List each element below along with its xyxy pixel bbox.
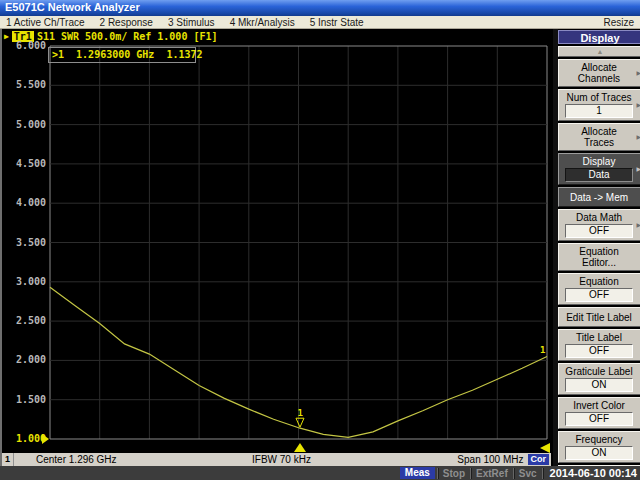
softkey-label: Graticule Label [562,366,636,377]
submenu-arrow-icon: ▶ [636,164,640,175]
softkey-num-of-traces[interactable]: Num of Traces1▶ [558,89,640,121]
submenu-arrow-icon: ▶ [636,220,640,231]
softkey-label: Display [562,156,636,167]
channel-window: ▶ Tr1 S11 SWR 500.0m/ Ref 1.000 [F1] 11 … [2,29,553,466]
submenu-arrow-icon: ▶ [636,68,640,79]
menu-item-3-stimulus[interactable]: 3 Stimulus [168,17,215,28]
menu-bar: 1 Active Ch/Trace2 Response3 Stimulus4 M… [0,16,640,29]
y-axis-tick-label: 5.500 [2,80,46,90]
softkey-label: Invert Color [562,400,636,411]
softkey-equation[interactable]: EquationOFF [558,273,640,305]
statusbar-separator [513,468,514,479]
softkey-label: Data Math [562,212,636,223]
softkey-label: Traces [562,137,636,148]
softkey-data-mem[interactable]: Data -> Mem [558,187,640,207]
softkey-graticule-label[interactable]: Graticule LabelON [558,363,640,395]
marker-stimulus-triangle-icon [294,443,306,452]
softkey-title-label[interactable]: Title LabelOFF [558,329,640,361]
softkey-allocate-channels[interactable]: AllocateChannels▶ [558,59,640,87]
status-extref-inactive: ExtRef [473,468,511,479]
softkey-label: Allocate [562,62,636,73]
marker-1-number: 1 [297,408,302,418]
sweep-end-triangle-icon [540,443,550,453]
softkey-display[interactable]: DisplayData▶ [558,153,640,185]
softkey-label: Data -> Mem [562,192,636,203]
softkey-menu-title: Display [558,30,640,44]
softkey-scroll-up-button[interactable]: ▲ [558,46,640,57]
menu-item-1-active-ch-trace[interactable]: 1 Active Ch/Trace [6,17,85,28]
y-axis-tick-label: 6.000 [2,41,46,51]
y-axis-tick-label: 3.000 [2,277,46,287]
span-label[interactable]: Span 100 MHz [457,453,523,466]
softkey-allocate-traces[interactable]: AllocateTraces▶ [558,123,640,151]
statusbar-separator [437,468,438,479]
y-axis-tick-label: 5.000 [2,120,46,130]
softkey-value: OFF [565,412,633,426]
softkey-value: ON [565,378,633,392]
softkey-data-math[interactable]: Data MathOFF▶ [558,209,640,241]
softkey-label: Equation [562,276,636,287]
ifbw-label[interactable]: IFBW 70 kHz [252,453,311,466]
marker-1-symbol-icon [296,418,304,427]
statusbar-separator [542,468,543,479]
softkey-invert-color[interactable]: Invert ColorOFF [558,397,640,429]
marker-readout: >1 1.2963000 GHz 1.1372 [48,47,196,63]
softkey-menu: Display ▲ AllocateChannels▶Num of Traces… [558,30,640,466]
status-svc-inactive: Svc [516,468,540,479]
statusbar-separator [470,468,471,479]
y-axis-tick-label: 1.500 [2,395,46,405]
softkey-frequency[interactable]: FrequencyON [558,431,640,463]
status-stop-inactive: Stop [440,468,468,479]
softkey-value: OFF [565,288,633,302]
meas-status-badge: Meas [400,467,435,479]
menu-item-resize[interactable]: Resize [603,17,634,28]
softkey-value: Data [565,168,633,182]
y-axis-tick-label: 2.000 [2,355,46,365]
softkey-value: ON [565,446,633,460]
softkey-value: OFF [565,344,633,358]
softkey-label: Edit Title Label [562,312,636,323]
softkey-label: Title Label [562,332,636,343]
softkey-value: 1 [565,104,633,118]
y-axis-tick-label: 2.500 [2,316,46,326]
y-axis-tick-label: 1.000 [2,434,46,444]
analyzer-screen: ▶ Tr1 S11 SWR 500.0m/ Ref 1.000 [F1] 11 … [0,29,640,466]
softkey-label: Allocate [562,126,636,137]
softkey-label: Num of Traces [562,92,636,103]
trace-end-number: 1 [540,345,545,355]
window-titlebar[interactable]: E5071C Network Analyzer [0,0,640,16]
softkey-label: Frequency [562,434,636,445]
stimulus-status-strip: 1 Center 1.296 GHz IFBW 70 kHz Span 100 … [2,453,551,466]
softkey-label: Channels [562,73,636,84]
center-frequency-label[interactable]: Center 1.296 GHz [36,453,117,466]
menu-item-2-response[interactable]: 2 Response [100,17,153,28]
datetime-display: 2014-06-10 00:14 [545,467,640,479]
swr-trace-plot: 11 [2,29,553,453]
scroll-up-icon: ▲ [597,48,604,55]
submenu-arrow-icon: ▶ [636,132,640,143]
menu-item-4-mkr-analysis[interactable]: 4 Mkr/Analysis [230,17,295,28]
softkey-label: Equation Editor... [562,246,636,268]
window-title: E5071C Network Analyzer [5,1,140,13]
submenu-arrow-icon: ▶ [636,100,640,111]
softkey-edit-title-label[interactable]: Edit Title Label [558,307,640,327]
softkey-equation-editor[interactable]: Equation Editor... [558,243,640,271]
instrument-status-bar: Meas StopExtRefSvc 2014-06-10 00:14 [0,466,640,480]
y-axis-tick-label: 4.500 [2,159,46,169]
menu-item-5-instr-state[interactable]: 5 Instr State [310,17,364,28]
y-axis-tick-label: 4.000 [2,198,46,208]
y-axis-tick-label: 3.500 [2,238,46,248]
channel-number: 1 [2,453,14,466]
correction-badge: Cor [528,454,550,465]
softkey-value: OFF [565,224,633,238]
